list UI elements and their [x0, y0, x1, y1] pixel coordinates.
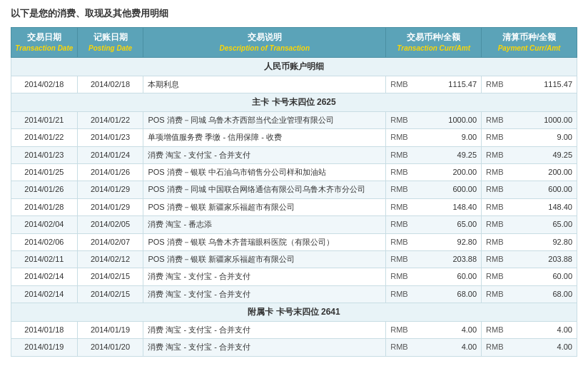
post-date-cell: 2014/02/18 — [77, 76, 143, 93]
pay-curr-cell: RMB203.88 — [482, 250, 577, 268]
transactions-table: 交易日期 Transaction Date 记账日期 Posting Date … — [11, 27, 577, 357]
post-date-cell: 2014/02/12 — [77, 250, 143, 268]
pay-curr-cell: RMB1115.47 — [482, 76, 577, 93]
header-trans-curr: 交易币种/全额 Transaction Curr/Amt — [386, 28, 482, 58]
section-header-cell: 附属卡 卡号末四位 2641 — [11, 303, 577, 322]
table-row: 2014/01/182014/01/19消费 淘宝 - 支付宝 - 合并支付RM… — [11, 321, 577, 338]
table-row: 2014/01/232014/01/24消费 淘宝 - 支付宝 - 合并支付RM… — [11, 146, 577, 163]
section-header-row: 人民币账户明细 — [11, 57, 577, 76]
trans-curr-cell: RMB9.00 — [386, 129, 482, 146]
post-date-cell: 2014/02/15 — [77, 285, 143, 303]
table-row: 2014/02/062014/02/07POS 消费－银联 乌鲁木齐普瑞眼科医院… — [11, 233, 577, 250]
pay-curr-cell: RMB200.00 — [482, 163, 577, 181]
table-row: 2014/02/042014/02/05消费 淘宝 - 番志添RMB65.00R… — [11, 216, 577, 233]
trans-date-cell: 2014/01/23 — [11, 146, 78, 163]
post-date-cell: 2014/01/22 — [77, 111, 143, 128]
post-date-cell: 2014/01/23 — [77, 129, 143, 146]
table-row: 2014/01/252014/01/26POS 消费－银联 中石油乌市销售分公司… — [11, 163, 577, 181]
trans-date-cell: 2014/02/14 — [11, 268, 78, 285]
description-cell: 消费 淘宝 - 支付宝 - 合并支付 — [143, 146, 386, 163]
trans-date-cell: 2014/02/06 — [11, 233, 78, 250]
description-cell: POS 消费－同城 中国联合网络通信有限公司乌鲁木齐市分公司 — [143, 181, 386, 198]
trans-curr-cell: RMB92.80 — [386, 233, 482, 250]
trans-curr-cell: RMB4.00 — [386, 321, 482, 338]
trans-date-cell: 2014/02/14 — [11, 285, 78, 303]
section-header-row: 主卡 卡号末四位 2625 — [11, 93, 577, 111]
pay-curr-cell: RMB60.00 — [482, 268, 577, 285]
trans-curr-cell: RMB60.00 — [386, 268, 482, 285]
trans-curr-cell: RMB203.88 — [386, 250, 482, 268]
description-cell: POS 消费－同城 乌鲁木齐西部当代企业管理有限公司 — [143, 111, 386, 128]
description-cell: 消费 淘宝 - 支付宝 - 合并支付 — [143, 285, 386, 303]
pay-curr-cell: RMB65.00 — [482, 216, 577, 233]
description-cell: 消费 淘宝 - 番志添 — [143, 216, 386, 233]
description-cell: 本期利息 — [143, 76, 386, 93]
table-row: 2014/02/112014/02/12POS 消费－银联 新疆家乐福超市有限公… — [11, 250, 577, 268]
trans-curr-cell: RMB68.00 — [386, 285, 482, 303]
trans-curr-cell: RMB200.00 — [386, 163, 482, 181]
trans-curr-cell: RMB600.00 — [386, 181, 482, 198]
table-row: 2014/01/192014/01/20消费 淘宝 - 支付宝 - 合并支付RM… — [11, 339, 577, 356]
section-header-cell: 主卡 卡号末四位 2625 — [11, 93, 577, 111]
post-date-cell: 2014/01/26 — [77, 163, 143, 181]
table-row: 2014/01/262014/01/29POS 消费－同城 中国联合网络通信有限… — [11, 181, 577, 198]
description-cell: 单项增值服务费 季缴 - 信用保障 - 收费 — [143, 129, 386, 146]
trans-date-cell: 2014/01/26 — [11, 181, 78, 198]
pay-curr-cell: RMB4.00 — [482, 321, 577, 338]
table-row: 2014/01/212014/01/22POS 消费－同城 乌鲁木齐西部当代企业… — [11, 111, 577, 128]
section-header-row: 附属卡 卡号末四位 2641 — [11, 303, 577, 322]
description-cell: POS 消费－银联 乌鲁木齐普瑞眼科医院（有限公司） — [143, 233, 386, 250]
trans-date-cell: 2014/02/04 — [11, 216, 78, 233]
post-date-cell: 2014/02/15 — [77, 268, 143, 285]
pay-curr-cell: RMB9.00 — [482, 129, 577, 146]
post-date-cell: 2014/01/19 — [77, 321, 143, 338]
trans-curr-cell: RMB1000.00 — [386, 111, 482, 128]
description-cell: 消费 淘宝 - 支付宝 - 合并支付 — [143, 339, 386, 356]
trans-date-cell: 2014/01/22 — [11, 129, 78, 146]
description-cell: POS 消费－银联 新疆家乐福超市有限公司 — [143, 198, 386, 215]
trans-date-cell: 2014/01/25 — [11, 163, 78, 181]
trans-date-cell: 2014/01/28 — [11, 198, 78, 215]
pay-curr-cell: RMB600.00 — [482, 181, 577, 198]
post-date-cell: 2014/02/07 — [77, 233, 143, 250]
page-title: 以下是您的消费、取现及其他费用明细 — [11, 7, 577, 20]
post-date-cell: 2014/01/20 — [77, 339, 143, 356]
header-description: 交易说明 Description of Transaction — [143, 28, 386, 58]
pay-curr-cell: RMB1000.00 — [482, 111, 577, 128]
table-row: 2014/02/142014/02/15消费 淘宝 - 支付宝 - 合并支付RM… — [11, 268, 577, 285]
post-date-cell: 2014/01/24 — [77, 146, 143, 163]
section-header-cell: 人民币账户明细 — [11, 57, 577, 76]
trans-date-cell: 2014/01/21 — [11, 111, 78, 128]
post-date-cell: 2014/01/29 — [77, 198, 143, 215]
trans-date-cell: 2014/02/11 — [11, 250, 78, 268]
trans-curr-cell: RMB1115.47 — [386, 76, 482, 93]
table-row: 2014/02/142014/02/15消费 淘宝 - 支付宝 - 合并支付RM… — [11, 285, 577, 303]
pay-curr-cell: RMB4.00 — [482, 339, 577, 356]
table-row: 2014/01/282014/01/29POS 消费－银联 新疆家乐福超市有限公… — [11, 198, 577, 215]
trans-curr-cell: RMB65.00 — [386, 216, 482, 233]
description-cell: 消费 淘宝 - 支付宝 - 合并支付 — [143, 321, 386, 338]
description-cell: POS 消费－银联 中石油乌市销售分公司样和加油站 — [143, 163, 386, 181]
description-cell: 消费 淘宝 - 支付宝 - 合并支付 — [143, 268, 386, 285]
trans-curr-cell: RMB4.00 — [386, 339, 482, 356]
post-date-cell: 2014/01/29 — [77, 181, 143, 198]
trans-curr-cell: RMB49.25 — [386, 146, 482, 163]
post-date-cell: 2014/02/05 — [77, 216, 143, 233]
trans-date-cell: 2014/01/18 — [11, 321, 78, 338]
header-pay-curr: 清算币种/全额 Payment Curr/Amt — [482, 28, 577, 58]
pay-curr-cell: RMB68.00 — [482, 285, 577, 303]
description-cell: POS 消费－银联 新疆家乐福超市有限公司 — [143, 250, 386, 268]
pay-curr-cell: RMB49.25 — [482, 146, 577, 163]
header-trans-date: 交易日期 Transaction Date — [11, 28, 78, 58]
header-post-date: 记账日期 Posting Date — [77, 28, 143, 58]
pay-curr-cell: RMB92.80 — [482, 233, 577, 250]
trans-date-cell: 2014/01/19 — [11, 339, 78, 356]
pay-curr-cell: RMB148.40 — [482, 198, 577, 215]
trans-date-cell: 2014/02/18 — [11, 76, 78, 93]
trans-curr-cell: RMB148.40 — [386, 198, 482, 215]
table-row: 2014/02/182014/02/18本期利息RMB1115.47RMB111… — [11, 76, 577, 93]
table-row: 2014/01/222014/01/23单项增值服务费 季缴 - 信用保障 - … — [11, 129, 577, 146]
